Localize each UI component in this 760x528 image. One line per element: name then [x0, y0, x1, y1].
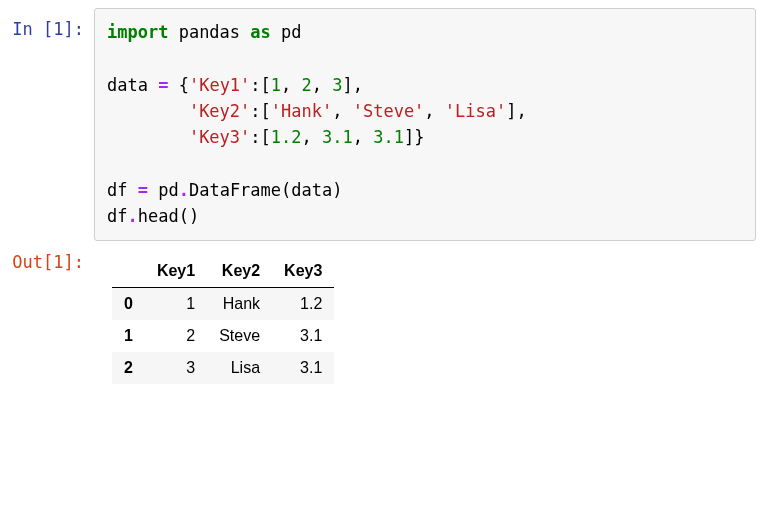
table-cell: Steve	[207, 320, 272, 352]
table-row: 1 2 Steve 3.1	[112, 320, 334, 352]
table-header-row: Key1 Key2 Key3	[112, 255, 334, 288]
table-row-index: 1	[112, 320, 145, 352]
table-cell: 1.2	[272, 287, 334, 320]
output-prompt: Out[1]:	[0, 241, 94, 273]
table-col-header: Key1	[145, 255, 207, 288]
output-area: Key1 Key2 Key3 0 1 Hank 1.2 1 2	[94, 241, 760, 384]
dataframe-table: Key1 Key2 Key3 0 1 Hank 1.2 1 2	[112, 255, 334, 384]
table-cell: 3	[145, 352, 207, 384]
output-cell: Out[1]: Key1 Key2 Key3 0 1 Hank	[0, 241, 760, 384]
notebook: In [1]: import pandas as pd data = {'Key…	[0, 0, 760, 404]
table-row-index: 0	[112, 287, 145, 320]
code-editor[interactable]: import pandas as pd data = {'Key1':[1, 2…	[94, 8, 756, 241]
table-row-index: 2	[112, 352, 145, 384]
table-row: 2 3 Lisa 3.1	[112, 352, 334, 384]
table-row: 0 1 Hank 1.2	[112, 287, 334, 320]
input-cell: In [1]: import pandas as pd data = {'Key…	[0, 8, 760, 241]
table-cell: 3.1	[272, 352, 334, 384]
table-cell: Lisa	[207, 352, 272, 384]
table-col-header: Key2	[207, 255, 272, 288]
table-col-header: Key3	[272, 255, 334, 288]
table-cell: 3.1	[272, 320, 334, 352]
table-cell: Hank	[207, 287, 272, 320]
table-cell: 1	[145, 287, 207, 320]
table-corner	[112, 255, 145, 288]
table-cell: 2	[145, 320, 207, 352]
input-prompt: In [1]:	[0, 8, 94, 40]
